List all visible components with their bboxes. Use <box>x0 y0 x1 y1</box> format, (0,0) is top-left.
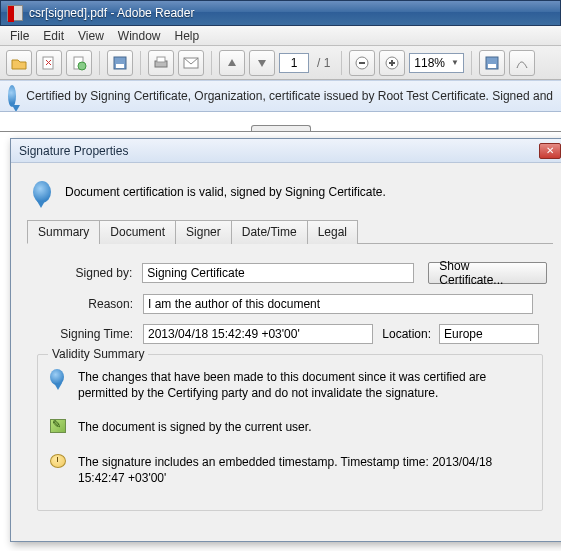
separator <box>140 51 141 75</box>
svg-rect-4 <box>116 64 124 68</box>
ribbon-icon <box>8 85 16 107</box>
certification-banner: Certified by Signing Certificate, Organi… <box>0 80 561 112</box>
print-button[interactable] <box>148 50 174 76</box>
signature-properties-dialog: Signature Properties ✕ Document certific… <box>10 138 561 542</box>
tab-legal[interactable]: Legal <box>307 220 358 244</box>
separator <box>471 51 472 75</box>
tab-datetime[interactable]: Date/Time <box>231 220 308 244</box>
dialog-titlebar: Signature Properties ✕ <box>11 139 561 163</box>
dialog-close-button[interactable]: ✕ <box>539 143 561 159</box>
svg-rect-6 <box>157 57 165 62</box>
ribbon-icon <box>50 369 66 385</box>
certification-text: Certified by Signing Certificate, Organi… <box>26 89 553 103</box>
zoom-in-button[interactable] <box>379 50 405 76</box>
validity-item-2: The document is signed by the current us… <box>78 419 311 435</box>
menu-help[interactable]: Help <box>169 27 206 45</box>
separator <box>211 51 212 75</box>
menu-bar: File Edit View Window Help <box>0 26 561 46</box>
tab-summary[interactable]: Summary <box>27 220 100 244</box>
open-button[interactable] <box>6 50 32 76</box>
validity-item-3: The signature includes an embedded times… <box>78 454 530 486</box>
create-button[interactable] <box>66 50 92 76</box>
page-number-input[interactable] <box>279 53 309 73</box>
page-total-label: / 1 <box>313 56 334 70</box>
chevron-down-icon: ▼ <box>451 58 459 67</box>
signed-by-user-icon <box>50 419 66 433</box>
field-reason: I am the author of this document <box>143 294 533 314</box>
validity-summary-group: Validity Summary The changes that have b… <box>37 354 543 511</box>
field-signed-by: Signing Certificate <box>142 263 414 283</box>
ribbon-icon <box>33 181 51 203</box>
window-title: csr[signed].pdf - Adobe Reader <box>29 6 194 20</box>
sign-button[interactable] <box>509 50 535 76</box>
document-area <box>0 112 561 132</box>
separator <box>99 51 100 75</box>
dialog-header-message: Document certification is valid, signed … <box>65 185 386 199</box>
email-button[interactable] <box>178 50 204 76</box>
separator <box>341 51 342 75</box>
label-signing-time: Signing Time: <box>33 327 143 341</box>
svg-rect-14 <box>488 64 496 68</box>
window-titlebar: csr[signed].pdf - Adobe Reader <box>0 0 561 26</box>
menu-edit[interactable]: Edit <box>37 27 70 45</box>
page-up-button[interactable] <box>219 50 245 76</box>
zoom-out-button[interactable] <box>349 50 375 76</box>
save-copy-button[interactable] <box>479 50 505 76</box>
app-icon <box>7 5 23 21</box>
save-button[interactable] <box>107 50 133 76</box>
zoom-combo[interactable]: 118% ▼ <box>409 53 464 73</box>
timestamp-icon <box>50 454 66 468</box>
zoom-value: 118% <box>414 56 445 70</box>
menu-view[interactable]: View <box>72 27 110 45</box>
menu-file[interactable]: File <box>4 27 35 45</box>
page-down-button[interactable] <box>249 50 275 76</box>
dialog-title: Signature Properties <box>19 144 128 158</box>
tab-bar: Summary Document Signer Date/Time Legal <box>27 219 553 244</box>
toolbar: / 1 118% ▼ <box>0 46 561 80</box>
export-pdf-button[interactable] <box>36 50 62 76</box>
menu-window[interactable]: Window <box>112 27 167 45</box>
tab-panel-summary: Signed by: Signing Certificate Show Cert… <box>27 244 553 521</box>
label-signed-by: Signed by: <box>33 266 142 280</box>
tab-signer[interactable]: Signer <box>175 220 232 244</box>
show-certificate-button[interactable]: Show Certificate... <box>428 262 547 284</box>
field-signing-time: 2013/04/18 15:42:49 +03'00' <box>143 324 373 344</box>
field-location: Europe <box>439 324 539 344</box>
panel-handle[interactable] <box>251 125 311 131</box>
svg-point-2 <box>78 62 86 70</box>
validity-item-1: The changes that have been made to this … <box>78 369 530 401</box>
validity-summary-title: Validity Summary <box>48 347 148 361</box>
tab-document[interactable]: Document <box>99 220 176 244</box>
label-reason: Reason: <box>33 297 143 311</box>
label-location: Location: <box>373 327 439 341</box>
